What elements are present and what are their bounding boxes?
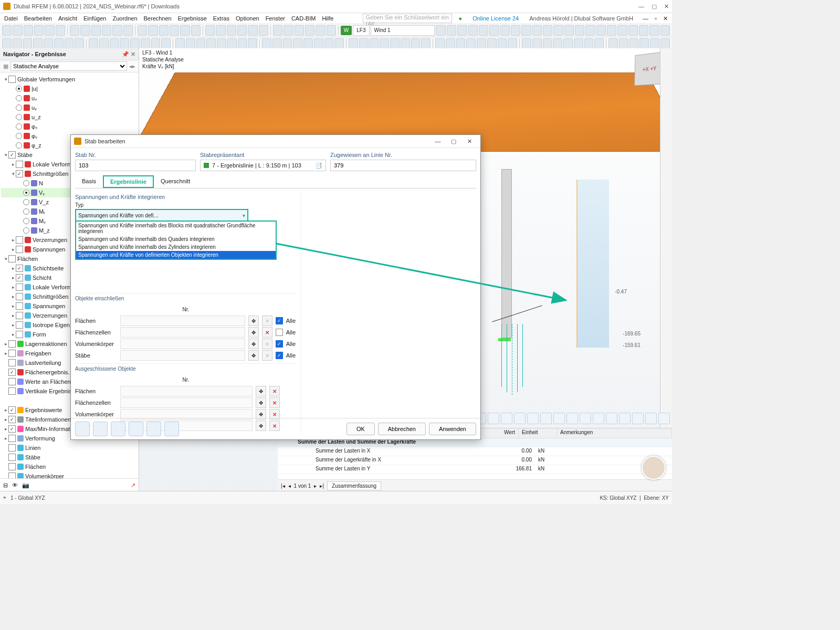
tab-basis[interactable]: Basis bbox=[75, 175, 103, 188]
toolbar-button[interactable] bbox=[617, 25, 627, 36]
toolbar-button[interactable] bbox=[660, 38, 670, 49]
toolbar-button[interactable] bbox=[161, 38, 171, 49]
representative-field[interactable]: 7 - Ergebnislinie | L : 9.150 m | 103 📑 bbox=[200, 160, 326, 171]
fx-icon[interactable] bbox=[164, 422, 179, 436]
toolbar-button[interactable] bbox=[596, 25, 606, 36]
tree-collapse-icon[interactable]: ⊟ bbox=[3, 482, 8, 489]
status-tool-button[interactable] bbox=[49, 494, 58, 502]
pager-first-icon[interactable]: |◂ bbox=[281, 483, 285, 489]
toolbar-button[interactable] bbox=[532, 25, 542, 36]
status-tool-button[interactable] bbox=[314, 494, 322, 502]
toolbar-button[interactable] bbox=[141, 38, 150, 49]
toolbar-button[interactable] bbox=[273, 25, 282, 36]
status-tool-button[interactable] bbox=[289, 494, 297, 502]
toolbar-button[interactable] bbox=[284, 25, 293, 36]
toolbar-button[interactable] bbox=[401, 38, 410, 49]
status-tool-button[interactable] bbox=[125, 494, 133, 502]
toolbar-button[interactable] bbox=[2, 25, 12, 36]
toolbar-button[interactable] bbox=[553, 25, 563, 36]
nr-field[interactable] bbox=[120, 316, 245, 326]
pin-icon[interactable]: 📌 ✕ bbox=[122, 51, 135, 58]
toolbar-button[interactable] bbox=[180, 25, 190, 36]
mdi-minimize-icon[interactable]: — bbox=[643, 15, 648, 22]
toolbar-button[interactable] bbox=[314, 38, 323, 49]
status-tool-button[interactable] bbox=[327, 494, 335, 502]
toolbar-button[interactable] bbox=[639, 25, 648, 36]
keyword-search[interactable]: Geben Sie ein Schlüsselwort ein (Alt… bbox=[363, 14, 452, 23]
status-tool-button[interactable] bbox=[339, 494, 348, 502]
tab-ergebnislinie[interactable]: Ergebnislinie bbox=[103, 175, 154, 188]
tree-item[interactable]: φₓ bbox=[1, 122, 138, 131]
toolbar-button[interactable] bbox=[468, 25, 478, 36]
toolbar-button[interactable] bbox=[489, 25, 499, 36]
toolbar-button[interactable] bbox=[295, 25, 304, 36]
clear-icon[interactable]: ✕ bbox=[262, 350, 272, 361]
toolbar-button[interactable] bbox=[24, 25, 33, 36]
view-tool-button[interactable] bbox=[580, 413, 591, 424]
toolbar-button[interactable] bbox=[206, 38, 216, 49]
tree-item[interactable]: uₓ bbox=[1, 93, 138, 103]
toolbar-button[interactable] bbox=[316, 25, 325, 36]
toolbar-button[interactable] bbox=[196, 38, 206, 49]
type-option[interactable]: Spannungen und Kräfte innerhalb des Quad… bbox=[76, 235, 276, 243]
toolbar-button[interactable] bbox=[91, 25, 101, 36]
status-tool-button[interactable] bbox=[440, 494, 448, 502]
pager-last-icon[interactable]: ▸| bbox=[320, 483, 324, 489]
toolbar-button[interactable] bbox=[305, 25, 314, 36]
filter-icon[interactable]: ▦ bbox=[3, 63, 8, 70]
results-icon[interactable]: ↗ bbox=[131, 482, 135, 489]
toolbar-button[interactable] bbox=[543, 25, 552, 36]
toolbar-button[interactable] bbox=[159, 25, 169, 36]
all-checkbox[interactable]: ✓ bbox=[276, 340, 283, 348]
status-tool-button[interactable] bbox=[427, 494, 436, 502]
tree-item[interactable]: Flächen bbox=[1, 462, 138, 471]
clear-icon[interactable]: ✕ bbox=[262, 339, 272, 349]
status-tool-button[interactable] bbox=[251, 494, 259, 502]
toolbar-button[interactable] bbox=[436, 25, 445, 36]
view-tool-button[interactable] bbox=[488, 413, 499, 424]
toolbar-button[interactable] bbox=[237, 25, 247, 36]
toolbar-button[interactable] bbox=[248, 38, 257, 49]
toolbar-button[interactable] bbox=[585, 25, 595, 36]
status-tool-button[interactable] bbox=[238, 494, 247, 502]
status-tool-button[interactable] bbox=[62, 494, 70, 502]
clear-icon[interactable]: ✕ bbox=[262, 316, 272, 326]
camera-icon[interactable]: 📷 bbox=[22, 482, 29, 489]
status-tool-button[interactable] bbox=[75, 494, 83, 502]
toolbar-button[interactable] bbox=[327, 25, 336, 36]
toolbar-button[interactable] bbox=[390, 38, 400, 49]
toolbar-button[interactable] bbox=[65, 38, 74, 49]
loadcase-name[interactable]: Wind 1 bbox=[371, 25, 435, 36]
toolbar-button[interactable] bbox=[80, 25, 90, 36]
toolbar-button[interactable] bbox=[594, 38, 604, 49]
view-tool-button[interactable] bbox=[645, 413, 657, 424]
toolbar-button[interactable] bbox=[521, 25, 531, 36]
toolbar-button[interactable] bbox=[110, 38, 119, 49]
all-checkbox[interactable]: ✓ bbox=[276, 352, 283, 359]
toolbar-button[interactable] bbox=[324, 38, 334, 49]
view-tool-button[interactable] bbox=[566, 413, 578, 424]
status-tool-button[interactable] bbox=[490, 494, 499, 502]
menu-optionen[interactable]: Optionen bbox=[236, 15, 259, 22]
menu-ansicht[interactable]: Ansicht bbox=[58, 15, 77, 22]
toolbar-button[interactable] bbox=[435, 38, 445, 49]
toolbar-button[interactable] bbox=[148, 25, 158, 36]
cs-combo[interactable]: 1 - Global XYZ bbox=[10, 495, 45, 501]
menu-cadbim[interactable]: CAD-BIM bbox=[291, 15, 316, 22]
status-tool-button[interactable] bbox=[478, 494, 486, 502]
toolbar-button[interactable] bbox=[421, 38, 430, 49]
toolbar-button[interactable] bbox=[2, 38, 12, 49]
dialog-maximize-icon[interactable]: ▢ bbox=[446, 138, 461, 145]
toolbar-button[interactable] bbox=[543, 38, 552, 49]
status-tool-button[interactable] bbox=[390, 494, 398, 502]
toolbar-button[interactable] bbox=[574, 38, 583, 49]
cancel-button[interactable]: Abbrechen bbox=[378, 423, 426, 435]
menu-hilfe[interactable]: Hilfe bbox=[322, 15, 333, 22]
dialog-close-icon[interactable]: ✕ bbox=[461, 138, 477, 145]
toolbar-button[interactable] bbox=[564, 25, 574, 36]
toolbar-button[interactable] bbox=[649, 25, 659, 36]
status-tool-button[interactable] bbox=[264, 494, 272, 502]
toolbar-button[interactable] bbox=[500, 25, 510, 36]
right-sidebar[interactable] bbox=[660, 48, 672, 428]
toolbar-button[interactable] bbox=[639, 38, 649, 49]
